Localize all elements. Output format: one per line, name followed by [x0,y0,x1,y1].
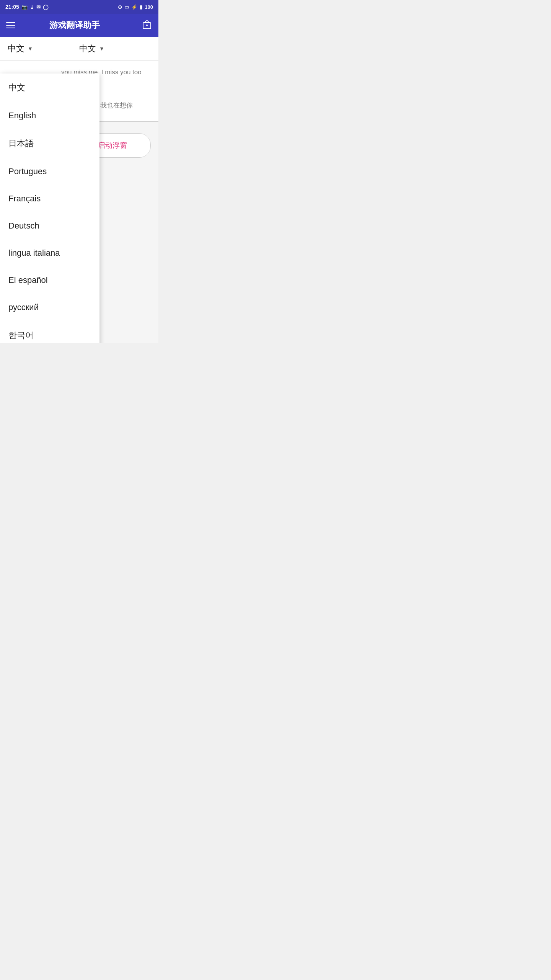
lang-menu-item-0[interactable]: 中文 [0,74,99,102]
lang-menu-item-4[interactable]: Français [0,185,99,212]
lang-menu-item-9[interactable]: 한국어 [0,321,99,343]
usb-icon: ⤓ [30,4,34,10]
lang-menu-item-7[interactable]: El español [0,267,99,294]
source-language-selector[interactable]: 中文 ▼ [8,43,79,54]
language-dropdown: 中文English日本語PortuguesFrançaisDeutschling… [0,74,99,343]
sim-icon: 📷 [21,4,28,10]
battery-level: 100 [145,4,153,10]
lang-menu-item-1[interactable]: English [0,102,99,129]
main-content: 中文 ▼ 中文 ▼ you miss me, I miss you too ↓ … [0,37,158,343]
source-dropdown-arrow: ▼ [28,46,33,52]
signal-icon: ▭ [124,4,129,10]
status-bar: 21:05 📷 ⤓ ✉ ◯ ⊙ ▭ ⚡ ▮ 100 [0,0,158,14]
mail-icon: ✉ [36,4,41,10]
battery-icon: ▮ [140,4,142,10]
lang-menu-item-5[interactable]: Deutsch [0,212,99,240]
source-language-label: 中文 [8,43,24,54]
target-dropdown-arrow: ▼ [99,46,104,52]
toolbar: 游戏翻译助手 [0,14,158,37]
app-title: 游戏翻译助手 [23,20,126,31]
alarm-icon: ◯ [43,4,49,10]
status-time: 21:05 [5,4,19,10]
language-row: 中文 ▼ 中文 ▼ [0,37,158,61]
charging-icon: ⚡ [131,4,137,10]
lang-menu-item-6[interactable]: lingua italiana [0,240,99,267]
target-language-selector[interactable]: 中文 ▼ [79,43,151,54]
status-left: 21:05 📷 ⤓ ✉ ◯ [5,4,49,10]
lang-menu-item-3[interactable]: Portugues [0,158,99,185]
lang-menu-item-8[interactable]: русский [0,294,99,321]
svg-point-1 [146,24,148,26]
bag-button[interactable] [142,19,152,32]
lang-menu-item-2[interactable]: 日本語 [0,129,99,158]
wifi-icon: ⊙ [118,4,122,10]
status-right: ⊙ ▭ ⚡ ▮ 100 [118,4,153,10]
menu-button[interactable] [6,22,15,28]
target-language-label: 中文 [79,43,96,54]
